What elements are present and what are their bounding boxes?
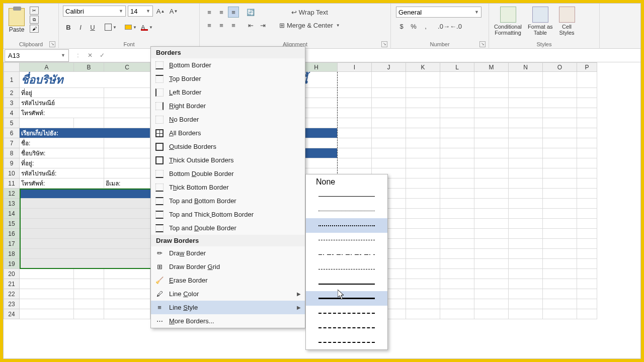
row-header-21[interactable]: 21 bbox=[4, 279, 20, 289]
cell[interactable] bbox=[474, 199, 509, 209]
cell[interactable] bbox=[74, 289, 104, 299]
cell[interactable] bbox=[406, 148, 440, 158]
cell[interactable] bbox=[440, 209, 474, 219]
cell[interactable] bbox=[104, 148, 150, 158]
cell[interactable] bbox=[509, 259, 543, 269]
cell[interactable] bbox=[338, 158, 372, 168]
cell[interactable] bbox=[543, 279, 577, 289]
cell[interactable] bbox=[543, 299, 577, 309]
cell[interactable] bbox=[74, 118, 104, 128]
cell[interactable] bbox=[509, 168, 543, 178]
row-header-22[interactable]: 22 bbox=[4, 289, 20, 299]
cell[interactable] bbox=[474, 309, 509, 319]
decrease-font-icon[interactable]: A▼ bbox=[168, 6, 179, 17]
cell[interactable] bbox=[474, 219, 509, 229]
number-format-combo[interactable]: General▼ bbox=[396, 7, 481, 18]
align-left-icon[interactable]: ≡ bbox=[204, 20, 215, 31]
cell[interactable] bbox=[543, 259, 577, 269]
cell[interactable] bbox=[474, 128, 509, 138]
cell[interactable] bbox=[509, 279, 543, 289]
row-header-8[interactable]: 8 bbox=[4, 148, 20, 158]
row-header-5[interactable]: 5 bbox=[4, 118, 20, 128]
cell[interactable] bbox=[372, 88, 406, 98]
cell[interactable]: อีเมล: bbox=[104, 178, 150, 189]
cell[interactable] bbox=[577, 219, 597, 229]
cell[interactable] bbox=[372, 108, 406, 118]
line-style-dashed-fine[interactable] bbox=[306, 233, 387, 247]
cell[interactable] bbox=[440, 118, 474, 128]
cell[interactable] bbox=[577, 209, 597, 219]
cell[interactable] bbox=[509, 148, 543, 158]
cell[interactable]: เรียกเก็บไปยัง: bbox=[20, 128, 150, 138]
cell[interactable] bbox=[74, 299, 104, 309]
cell[interactable] bbox=[474, 138, 509, 148]
select-all-corner[interactable] bbox=[4, 62, 20, 72]
comma-format-icon[interactable]: , bbox=[420, 21, 431, 32]
cell[interactable] bbox=[543, 72, 577, 88]
cell[interactable] bbox=[440, 158, 474, 168]
column-header-I[interactable]: I bbox=[338, 62, 372, 72]
cell[interactable] bbox=[509, 239, 543, 249]
name-box[interactable]: A13▼ bbox=[5, 49, 69, 62]
row-header-10[interactable]: 10 bbox=[4, 168, 20, 178]
cell[interactable] bbox=[20, 279, 74, 289]
cell[interactable] bbox=[474, 148, 509, 158]
borders-button[interactable]: ▼ bbox=[103, 22, 118, 33]
cell[interactable] bbox=[509, 138, 543, 148]
cell[interactable] bbox=[509, 299, 543, 309]
cell[interactable] bbox=[406, 178, 440, 189]
cell[interactable] bbox=[406, 219, 440, 229]
merge-center-button[interactable]: ⊞Merge & Center▼ bbox=[276, 20, 343, 31]
cell[interactable] bbox=[406, 72, 440, 88]
cell[interactable] bbox=[338, 88, 372, 98]
cell[interactable] bbox=[104, 138, 150, 148]
cell[interactable] bbox=[406, 138, 440, 148]
row-header-11[interactable]: 11 bbox=[4, 178, 20, 189]
row-header-20[interactable]: 20 bbox=[4, 269, 20, 279]
border-thick-bottom-border[interactable]: Thick Bottom Border bbox=[151, 180, 305, 194]
cell[interactable] bbox=[577, 178, 597, 189]
cell[interactable]: ที่อยู่: bbox=[20, 158, 104, 168]
line-style-none[interactable]: None bbox=[306, 174, 387, 189]
align-top-icon[interactable]: ≡ bbox=[204, 7, 215, 18]
column-header-A[interactable]: A bbox=[20, 62, 74, 72]
cell[interactable] bbox=[543, 98, 577, 108]
cell[interactable] bbox=[509, 219, 543, 229]
cell[interactable] bbox=[509, 289, 543, 299]
cell[interactable] bbox=[509, 199, 543, 209]
decrease-decimal-icon[interactable]: ←.0 bbox=[450, 21, 461, 32]
cell[interactable] bbox=[543, 249, 577, 259]
cell[interactable] bbox=[372, 72, 406, 88]
cell[interactable] bbox=[440, 299, 474, 309]
border-no-border[interactable]: No Border bbox=[151, 113, 305, 126]
cell[interactable] bbox=[509, 108, 543, 118]
cell[interactable] bbox=[577, 259, 597, 269]
row-header-6[interactable]: 6 bbox=[4, 128, 20, 138]
cell[interactable] bbox=[474, 209, 509, 219]
cell[interactable] bbox=[406, 108, 440, 118]
align-bottom-icon[interactable]: ≡ bbox=[228, 7, 239, 18]
cell[interactable] bbox=[440, 189, 474, 199]
border-erase-border[interactable]: 🧹Erase Border bbox=[151, 274, 305, 287]
cell[interactable] bbox=[543, 158, 577, 168]
border-bottom-double-border[interactable]: Bottom Double Border bbox=[151, 167, 305, 180]
number-launcher[interactable]: ↘ bbox=[479, 41, 486, 47]
orientation-icon[interactable]: 🔄 bbox=[245, 7, 256, 18]
cell[interactable] bbox=[577, 168, 597, 178]
decrease-indent-icon[interactable]: ⇤ bbox=[245, 20, 256, 31]
cell[interactable] bbox=[543, 309, 577, 319]
cell[interactable] bbox=[509, 158, 543, 168]
conditional-formatting-button[interactable]: Conditional Formatting bbox=[491, 5, 525, 38]
cell[interactable] bbox=[372, 118, 406, 128]
cell[interactable] bbox=[474, 269, 509, 279]
row-header-13[interactable]: 13 bbox=[4, 199, 20, 209]
border-more-borders---[interactable]: ⋯More Borders... bbox=[151, 314, 305, 328]
cell[interactable] bbox=[440, 178, 474, 189]
cell[interactable] bbox=[577, 148, 597, 158]
cell[interactable] bbox=[474, 249, 509, 259]
cell[interactable] bbox=[474, 178, 509, 189]
cell[interactable] bbox=[543, 128, 577, 138]
cell[interactable]: รหัสไปรษณีย์ bbox=[20, 98, 104, 108]
line-style-medium-dashed[interactable] bbox=[306, 306, 387, 320]
cell[interactable] bbox=[474, 229, 509, 239]
